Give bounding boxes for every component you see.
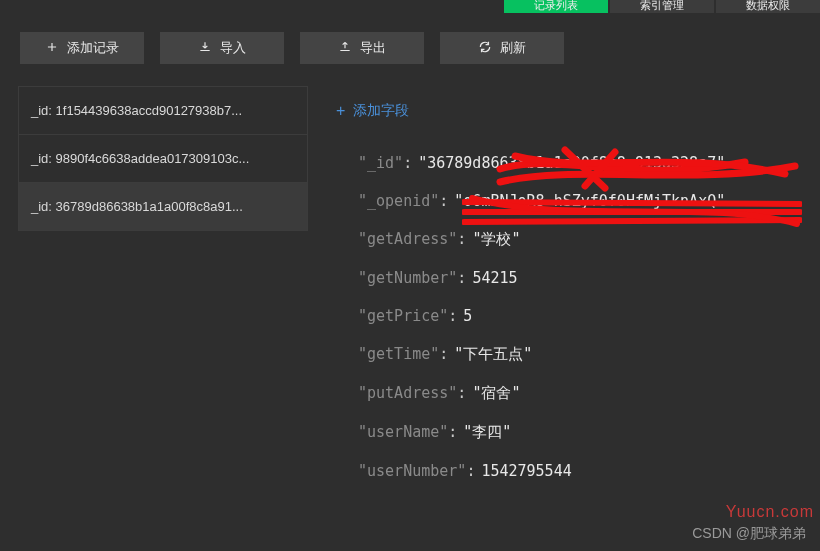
field-row[interactable]: "getTime": "下午五点": [358, 335, 816, 374]
list-item[interactable]: _id: 1f154439638accd90127938b7...: [19, 87, 307, 135]
watermark-site: Yuucn.com: [726, 503, 814, 521]
field-value: 54215: [472, 269, 517, 287]
field-row[interactable]: "userNumber": 1542795544: [358, 452, 816, 490]
field-key: "getPrice": [358, 307, 448, 325]
add-record-button[interactable]: 添加记录: [20, 32, 144, 64]
add-field-button[interactable]: + 添加字段: [332, 94, 816, 144]
refresh-icon: [478, 40, 492, 57]
list-item[interactable]: _id: 9890f4c6638addea017309103c...: [19, 135, 307, 183]
field-key: "getTime": [358, 345, 439, 364]
field-value: "李四": [463, 423, 511, 442]
field-row[interactable]: "_openid": "o6mBNJoR8-hSZyf0f0HfMjTknAxQ…: [358, 182, 816, 220]
toolbar: 添加记录 导入 导出 刷新: [20, 32, 564, 64]
add-record-label: 添加记录: [67, 39, 119, 57]
field-value: "学校": [472, 230, 520, 249]
plus-icon: [45, 40, 59, 57]
refresh-button[interactable]: 刷新: [440, 32, 564, 64]
tab-permission[interactable]: 数据权限: [716, 0, 820, 13]
top-tabs: 记录列表 索引管理 数据权限: [504, 0, 820, 13]
field-list: "_id": "36789d86638b1a1a00f8c8a913a328a7…: [332, 144, 816, 490]
field-key: "_id": [358, 154, 403, 172]
add-field-label: 添加字段: [353, 102, 409, 120]
upload-icon: [338, 40, 352, 57]
refresh-label: 刷新: [500, 39, 526, 57]
field-value: 5: [463, 307, 472, 325]
field-row[interactable]: "putAdress": "宿舍": [358, 374, 816, 413]
watermark-author: CSDN @肥球弟弟: [692, 525, 806, 543]
field-value: "宿舍": [472, 384, 520, 403]
field-value: "o6mBNJoR8-hSZyf0f0HfMjTknAxQ": [454, 192, 725, 210]
field-value: "下午五点": [454, 345, 532, 364]
detail-panel: + 添加字段 "_id": "36789d86638b1a1a00f8c8a91…: [332, 94, 816, 551]
import-label: 导入: [220, 39, 246, 57]
field-value: 1542795544: [481, 462, 571, 480]
import-button[interactable]: 导入: [160, 32, 284, 64]
field-value: "36789d86638b1a1a00f8c8a913a328a7": [418, 154, 725, 172]
tab-index[interactable]: 索引管理: [610, 0, 714, 13]
field-row[interactable]: "getPrice": 5: [358, 297, 816, 335]
field-key: "_openid": [358, 192, 439, 210]
field-key: "userName": [358, 423, 448, 442]
tab-records[interactable]: 记录列表: [504, 0, 608, 13]
field-key: "getAdress": [358, 230, 457, 249]
record-list: _id: 1f154439638accd90127938b7..._id: 98…: [18, 86, 308, 231]
field-row[interactable]: "userName": "李四": [358, 413, 816, 452]
field-row[interactable]: "_id": "36789d86638b1a1a00f8c8a913a328a7…: [358, 144, 816, 182]
list-item[interactable]: _id: 36789d86638b1a1a00f8c8a91...: [19, 183, 307, 231]
export-label: 导出: [360, 39, 386, 57]
export-button[interactable]: 导出: [300, 32, 424, 64]
plus-icon: +: [336, 103, 345, 119]
field-key: "getNumber": [358, 269, 457, 287]
field-key: "userNumber": [358, 462, 466, 480]
field-row[interactable]: "getNumber": 54215: [358, 259, 816, 297]
download-icon: [198, 40, 212, 57]
field-row[interactable]: "getAdress": "学校": [358, 220, 816, 259]
field-key: "putAdress": [358, 384, 457, 403]
